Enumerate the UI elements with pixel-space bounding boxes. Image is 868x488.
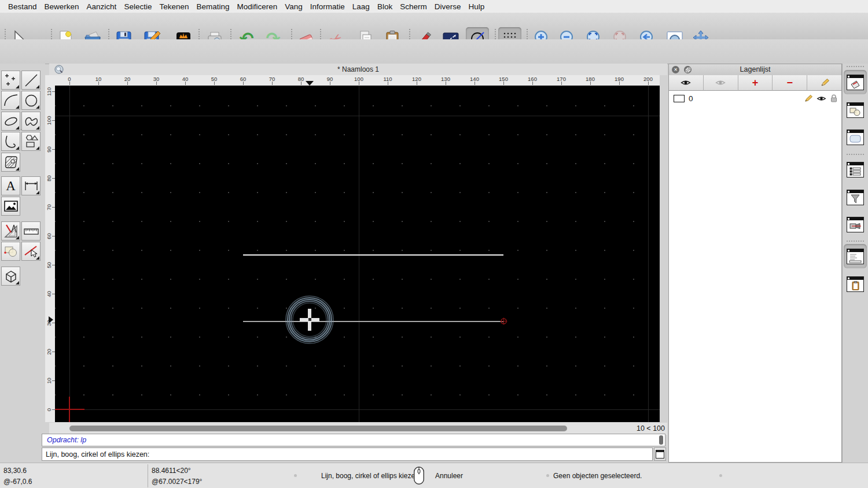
hruler-tick [98, 82, 99, 85]
gridline-y0 [55, 409, 660, 410]
layer-lock-toggle[interactable] [830, 94, 837, 102]
layer-visibility-toggle[interactable] [816, 95, 826, 102]
flyout-corner [16, 281, 19, 284]
shapes-panel-icon [847, 102, 864, 118]
distance-angle-relative: @67.0027<179° [152, 478, 202, 486]
transform-tool-icon [3, 243, 19, 260]
command-panel-toggle-button[interactable] [654, 448, 666, 461]
vruler-label: 10 [46, 370, 52, 391]
gridline-x200 [648, 86, 649, 422]
layer-edit-button[interactable] [804, 94, 812, 103]
points-tool-button[interactable] [1, 71, 20, 90]
flyout-corner [16, 236, 19, 239]
ruler-tool-button[interactable] [21, 221, 41, 241]
flyout-corner [36, 105, 39, 109]
layers-panel-toolbar: + − [669, 75, 841, 91]
menu-item-selectie[interactable]: Selectie [124, 2, 152, 11]
ruler-tool-icon [23, 223, 39, 239]
document-titlebar: * Naamloos 1 [49, 64, 667, 75]
clipboard-panel-icon [847, 276, 864, 292]
bar-divider [847, 154, 864, 155]
vruler-label: 90 [46, 139, 52, 160]
vruler-label: 50 [46, 254, 52, 275]
command-panel-icon [847, 249, 864, 264]
shapes-panel-button[interactable] [844, 98, 867, 122]
hatch-tool-button[interactable] [1, 153, 20, 172]
properties-panel-button[interactable] [844, 125, 867, 149]
hide-all-layers-button[interactable] [704, 75, 738, 91]
trim-tool-button[interactable] [21, 242, 41, 261]
statusbar-dot [546, 474, 549, 477]
circle-tool-button[interactable] [21, 91, 41, 110]
bar-grip [847, 66, 864, 67]
menu-item-bemating[interactable]: Bemating [196, 2, 229, 11]
menu-bar: BestandBewerkenAanzichtSelectieTekenenBe… [0, 0, 868, 13]
menu-item-tekenen[interactable]: Tekenen [159, 2, 189, 11]
right-click-hint: Annuleer [435, 472, 463, 480]
selection-status: Geen objecten geselecteerd. [553, 472, 642, 480]
distance-angle-absolute: 88.4611<20° [152, 467, 191, 475]
hruler-tick [69, 82, 70, 85]
horizontal-scrollbar: 10 < 100 [49, 423, 667, 435]
drafting-tool-button[interactable] [1, 221, 20, 241]
layer-row[interactable]: 0 [669, 92, 841, 105]
transform-tool-button[interactable] [1, 242, 20, 261]
drawing-canvas[interactable] [55, 86, 660, 422]
command-prompt-label: Lijn, boog, cirkel of ellips kiezen: [42, 450, 153, 459]
menu-item-diverse[interactable]: Diverse [435, 2, 461, 11]
gridline-y100 [55, 116, 660, 116]
layers-panel-button[interactable] [844, 70, 867, 94]
add-layer-button[interactable]: + [738, 75, 773, 91]
menu-item-scherm[interactable]: Scherm [400, 2, 427, 11]
menu-item-blok[interactable]: Blok [377, 2, 392, 11]
plus-icon: + [752, 77, 759, 89]
remove-layer-button[interactable]: − [773, 75, 807, 91]
menu-item-informatie[interactable]: Informatie [310, 2, 345, 11]
filter-panel-button[interactable] [844, 185, 867, 209]
layers-panel: ✕ Lagenlijst + − 0 [668, 64, 842, 463]
dimension-tool-button[interactable] [21, 176, 41, 195]
edit-layer-button[interactable] [807, 75, 841, 91]
show-all-layers-button[interactable] [669, 75, 704, 91]
properties-panel-icon [847, 130, 864, 145]
menu-item-bewerken[interactable]: Bewerken [45, 2, 79, 11]
statusbar-dot [294, 474, 297, 477]
command-input[interactable] [153, 448, 652, 460]
command-history: Opdracht: lp [42, 434, 665, 446]
image-tool-button[interactable] [1, 197, 20, 216]
projector-panel-button[interactable] [844, 212, 867, 236]
flyout-corner [36, 256, 39, 260]
hscrollbar-thumb[interactable] [69, 426, 567, 431]
list-panel-button[interactable] [844, 157, 867, 182]
layer-color-swatch[interactable] [674, 95, 685, 102]
menu-item-modificeren[interactable]: Modificeren [237, 2, 278, 11]
command-panel-button[interactable] [844, 244, 867, 268]
command-history-scrollbar[interactable] [659, 435, 663, 445]
projector-panel-icon [847, 217, 864, 232]
curve-tool-button[interactable] [1, 132, 20, 151]
arc-tool-button[interactable] [1, 91, 20, 110]
menu-item-vang[interactable]: Vang [285, 2, 303, 11]
clipboard-panel-button[interactable] [844, 272, 867, 296]
vruler-label: 100 [46, 110, 52, 131]
menu-item-laag[interactable]: Laag [352, 2, 370, 11]
menu-item-aanzicht[interactable]: Aanzicht [87, 2, 117, 11]
text-tool-button[interactable]: A [1, 176, 20, 195]
spline-tool-button[interactable] [21, 112, 41, 131]
command-history-text: Opdracht: lp [47, 436, 86, 444]
shapes-tool-button[interactable] [21, 132, 41, 151]
box3d-tool-button[interactable] [1, 267, 20, 286]
flyout-corner [16, 85, 19, 88]
hruler-tick [272, 82, 273, 85]
menu-item-bestand[interactable]: Bestand [8, 2, 37, 11]
bar-divider [847, 241, 864, 242]
hruler-tick [301, 82, 301, 85]
hruler-tick [156, 82, 157, 85]
menu-item-hulp[interactable]: Hulp [468, 2, 484, 11]
ellipse-tool-button[interactable] [1, 112, 20, 131]
line-tool-button[interactable] [21, 71, 41, 90]
layers-panel-titlebar: ✕ Lagenlijst [669, 64, 841, 76]
hruler-tick [503, 82, 504, 85]
tool-palette: A [0, 64, 45, 463]
line-endpoint-marker [500, 317, 507, 325]
